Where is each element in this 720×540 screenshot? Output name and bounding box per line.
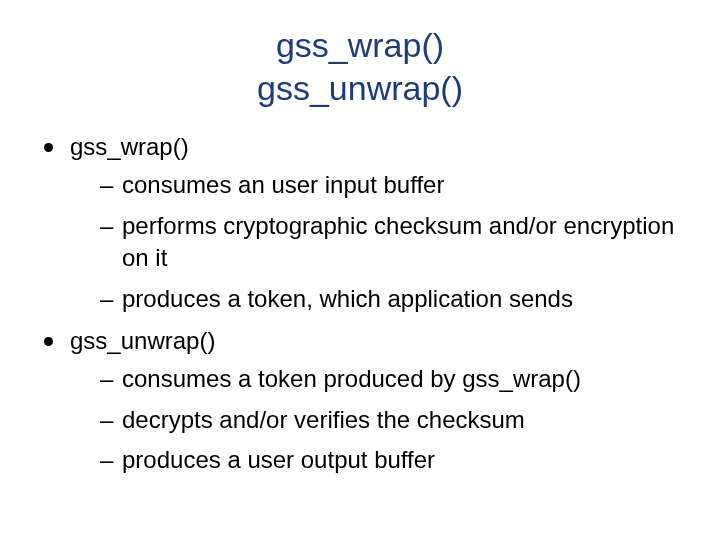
slide-title: gss_wrap() gss_unwrap() — [38, 24, 682, 109]
section-heading: gss_unwrap() — [70, 327, 215, 354]
list-item-text: consumes an user input buffer — [122, 171, 444, 198]
list-item-text: performs cryptographic checksum and/or e… — [122, 212, 674, 271]
slide-body: gss_wrap() consumes an user input buffer… — [38, 131, 682, 477]
sub-list: consumes a token produced by gss_wrap() … — [70, 363, 682, 476]
slide: gss_wrap() gss_unwrap() gss_wrap() consu… — [0, 0, 720, 540]
list-item-text: produces a user output buffer — [122, 446, 435, 473]
bullet-list: gss_wrap() consumes an user input buffer… — [38, 131, 682, 477]
list-item: produces a token, which application send… — [70, 283, 682, 315]
list-item-text: consumes a token produced by gss_wrap() — [122, 365, 581, 392]
section-heading: gss_wrap() — [70, 133, 189, 160]
section-unwrap: gss_unwrap() consumes a token produced b… — [38, 325, 682, 477]
list-item-text: decrypts and/or verifies the checksum — [122, 406, 525, 433]
list-item: consumes a token produced by gss_wrap() — [70, 363, 682, 395]
list-item: produces a user output buffer — [70, 444, 682, 476]
section-wrap: gss_wrap() consumes an user input buffer… — [38, 131, 682, 315]
sub-list: consumes an user input buffer performs c… — [70, 169, 682, 315]
list-item: consumes an user input buffer — [70, 169, 682, 201]
list-item-text: produces a token, which application send… — [122, 285, 573, 312]
title-line-1: gss_wrap() — [276, 26, 444, 64]
title-line-2: gss_unwrap() — [257, 69, 463, 107]
list-item: decrypts and/or verifies the checksum — [70, 404, 682, 436]
list-item: performs cryptographic checksum and/or e… — [70, 210, 682, 275]
